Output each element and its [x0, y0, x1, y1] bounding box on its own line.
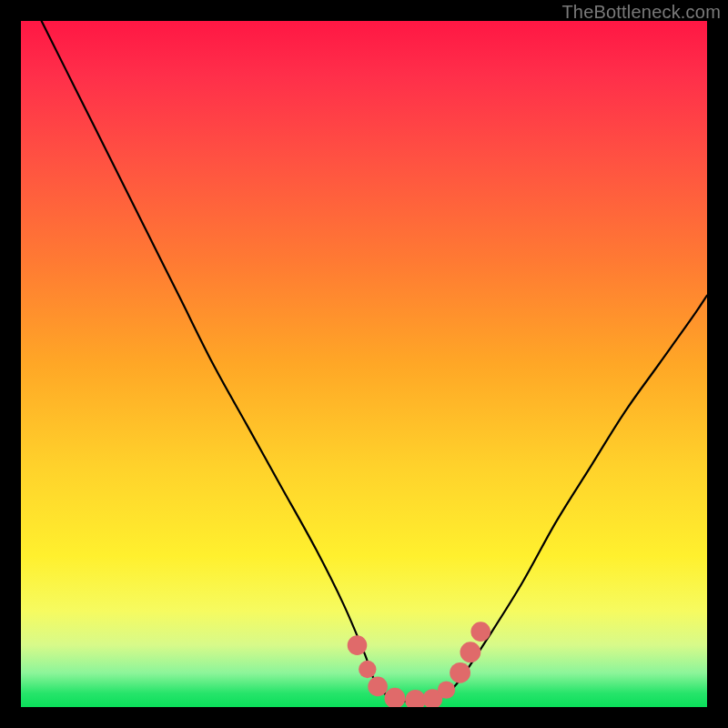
chart-frame: TheBottleneck.com — [0, 0, 728, 728]
bottleneck-curve — [42, 21, 707, 702]
valley-marker — [405, 690, 426, 707]
valley-marker — [438, 681, 455, 698]
valley-marker — [385, 688, 406, 707]
valley-marker — [348, 635, 368, 655]
curve-layer — [21, 21, 707, 707]
watermark-text: TheBottleneck.com — [561, 2, 721, 23]
valley-marker — [470, 622, 490, 642]
valley-markers — [348, 622, 490, 707]
valley-marker — [460, 642, 481, 662]
valley-marker — [359, 661, 376, 678]
plot-area — [21, 21, 707, 707]
valley-marker — [450, 662, 470, 683]
valley-marker — [368, 677, 388, 697]
